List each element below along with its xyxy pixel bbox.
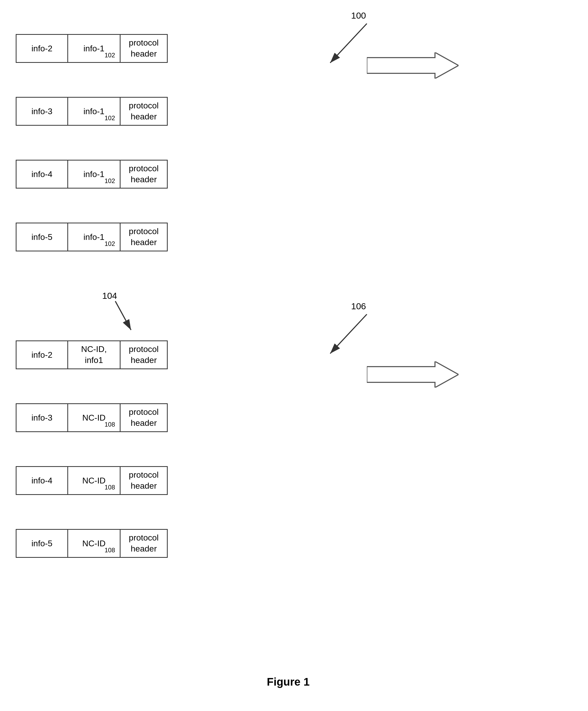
subscript-102-row4: 102 (105, 240, 115, 247)
cell-protocol-row3: protocolheader (121, 160, 168, 189)
svg-line-4 (115, 301, 131, 330)
packet-row-bot-1: info-2 NC-ID,info1 protocolheader (16, 341, 168, 369)
cell-info1-row1: info-1 102 (68, 34, 121, 63)
subscript-102-row3: 102 (105, 177, 115, 185)
cell-info3-bot2: info-3 (16, 403, 68, 432)
subscript-108-bot4: 108 (105, 546, 115, 554)
packet-row-top-2: info-3 info-1 102 protocolheader (16, 97, 168, 126)
packet-row-bot-3: info-4 NC-ID 108 protocolheader (16, 466, 168, 495)
packet-row-top-4: info-5 info-1 102 protocolheader (16, 222, 168, 252)
cell-protocol-bot3: protocolheader (121, 466, 168, 495)
subscript-108-bot3: 108 (105, 484, 115, 491)
arrow-right-top (367, 52, 459, 79)
arrow-104-diagonal (94, 299, 147, 338)
subscript-102-row2: 102 (105, 114, 115, 122)
cell-info1-row4: info-1 102 (68, 222, 121, 252)
cell-info2-bot1: info-2 (16, 341, 68, 369)
cell-info1-row3: info-1 102 (68, 160, 121, 189)
packet-row-bot-2: info-3 NC-ID 108 protocolheader (16, 403, 168, 432)
cell-info3-row2: info-3 (16, 97, 68, 126)
cell-info5-row4: info-5 (16, 222, 68, 252)
figure-caption: Figure 1 (236, 676, 341, 688)
cell-info2-row1: info-2 (16, 34, 68, 63)
cell-ncid-bot1: NC-ID,info1 (68, 341, 121, 369)
cell-ncid-bot4: NC-ID 108 (68, 529, 121, 558)
diagram: 100 info-2 info-1 102 protocolheader inf… (0, 0, 588, 711)
packet-row-bot-4: info-5 NC-ID 108 protocolheader (16, 529, 168, 558)
arrow-right-bottom (367, 361, 459, 388)
cell-protocol-row4: protocolheader (121, 222, 168, 252)
cell-info4-bot3: info-4 (16, 466, 68, 495)
packet-row-top-1: info-2 info-1 102 protocolheader (16, 34, 168, 63)
cell-info5-bot4: info-5 (16, 529, 68, 558)
svg-marker-2 (367, 52, 459, 79)
cell-protocol-row1: protocolheader (121, 34, 168, 63)
cell-info4-row3: info-4 (16, 160, 68, 189)
cell-ncid-bot2: NC-ID 108 (68, 403, 121, 432)
cell-info1-row2: info-1 102 (68, 97, 121, 126)
svg-marker-7 (367, 361, 459, 388)
cell-protocol-bot2: protocolheader (121, 403, 168, 432)
cell-protocol-row2: protocolheader (121, 97, 168, 126)
cell-protocol-bot1: protocolheader (121, 341, 168, 369)
svg-line-1 (330, 24, 367, 63)
subscript-102-row1: 102 (105, 51, 115, 59)
svg-line-6 (330, 314, 367, 353)
cell-protocol-bot4: protocolheader (121, 529, 168, 558)
subscript-108-bot2: 108 (105, 421, 115, 428)
cell-ncid-bot3: NC-ID 108 (68, 466, 121, 495)
packet-row-top-3: info-4 info-1 102 protocolheader (16, 160, 168, 189)
